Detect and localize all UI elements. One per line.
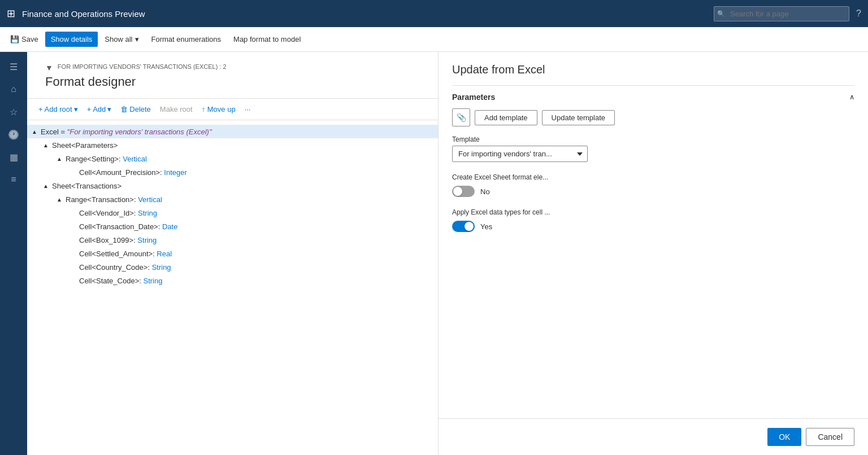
apply-types-toggle[interactable] <box>452 221 475 232</box>
template-field: Template For importing vendors' tran... <box>452 135 854 162</box>
tree-item[interactable]: ▲ Range<Transaction>: Vertical <box>27 193 438 206</box>
nav-workspaces-icon[interactable]: ▦ <box>3 147 24 167</box>
add-chevron-icon: ▾ <box>107 105 111 113</box>
tree-item[interactable]: Cell<Vendor_Id>: String <box>27 206 438 220</box>
template-select[interactable]: For importing vendors' tran... <box>452 146 588 162</box>
breadcrumb: FOR IMPORTING VENDORS' TRANSACTIONS (EXC… <box>58 63 227 70</box>
tree-item[interactable]: Cell<Amount_Precision>: Integer <box>27 165 438 179</box>
help-icon[interactable]: ? <box>856 8 861 19</box>
create-sheet-track <box>452 186 475 197</box>
designer-panel: ▼ FOR IMPORTING VENDORS' TRANSACTIONS (E… <box>27 52 439 455</box>
expand-icon: ▲ <box>43 142 52 148</box>
make-root-button[interactable]: Make root <box>158 103 195 115</box>
app-title: Finance and Operations Preview <box>22 9 707 19</box>
apply-types-toggle-row: Yes <box>452 221 854 232</box>
add-root-chevron-icon: ▾ <box>74 105 78 113</box>
template-label: Template <box>452 135 854 143</box>
show-details-button[interactable]: Show details <box>45 32 98 47</box>
tree-item[interactable]: Cell<Settled_Amount>: Real <box>27 247 438 260</box>
update-template-button[interactable]: Update template <box>542 110 615 125</box>
attach-icon: 📎 <box>457 113 466 122</box>
expand-icon: ▲ <box>57 196 66 203</box>
apply-types-thumb <box>465 222 474 231</box>
attach-button[interactable]: 📎 <box>452 108 470 126</box>
ok-button[interactable]: OK <box>767 428 801 446</box>
tree-item[interactable]: Cell<Box_1099>: String <box>27 233 438 247</box>
create-sheet-thumb <box>453 187 462 196</box>
apply-types-label: Apply Excel data types for cell ... <box>452 208 854 216</box>
apply-types-value: Yes <box>480 222 492 231</box>
nav-recent-icon[interactable]: 🕐 <box>3 124 24 145</box>
add-root-button[interactable]: + Add root ▾ <box>36 103 80 115</box>
apply-types-track <box>452 221 475 232</box>
tree-item[interactable]: Cell<Country_Code>: String <box>27 260 438 274</box>
create-sheet-value: No <box>480 187 490 196</box>
save-icon: 💾 <box>10 35 19 43</box>
tree-item[interactable]: ▲ Range<Setting>: Vertical <box>27 152 438 165</box>
create-sheet-toggle[interactable] <box>452 186 475 197</box>
parameters-chevron-icon: ∧ <box>849 93 854 101</box>
panel-content: Parameters ∧ 📎 Add template Update templ… <box>439 85 868 418</box>
move-up-button[interactable]: ↑ Move up <box>199 103 238 115</box>
page-title: Format designer <box>45 75 420 89</box>
tree-item[interactable]: ▲ Excel = "For importing vendors' transa… <box>27 125 438 138</box>
format-enumerations-button[interactable]: Format enumerations <box>146 32 227 47</box>
tree-toolbar: + Add root ▾ + Add ▾ 🗑 Delete Make root … <box>27 99 438 120</box>
cancel-button[interactable]: Cancel <box>806 428 854 446</box>
header-row: ▼ FOR IMPORTING VENDORS' TRANSACTIONS (E… <box>36 59 429 75</box>
parameters-section-header[interactable]: Parameters ∧ <box>452 85 854 108</box>
nav-home-icon[interactable]: ⌂ <box>3 79 24 99</box>
more-button[interactable]: ··· <box>242 103 253 115</box>
search-input[interactable] <box>714 6 849 21</box>
nav-favorites-icon[interactable]: ☆ <box>3 102 24 122</box>
show-all-chevron-icon: ▾ <box>135 35 139 43</box>
top-bar: ⊞ Finance and Operations Preview ? <box>0 0 868 27</box>
add-template-button[interactable]: Add template <box>475 110 537 125</box>
create-sheet-field: Create Excel Sheet format ele... No <box>452 173 854 197</box>
create-sheet-label: Create Excel Sheet format ele... <box>452 173 854 181</box>
search-wrapper <box>714 6 849 21</box>
filter-icon: ▼ <box>45 63 53 72</box>
delete-icon: 🗑 <box>120 105 128 113</box>
right-panel: Update from Excel Parameters ∧ 📎 Add tem… <box>439 52 868 455</box>
tree-item[interactable]: ▲ Sheet<Transactions> <box>27 179 438 193</box>
expand-icon: ▲ <box>32 129 41 135</box>
expand-icon: ▲ <box>57 156 66 162</box>
panel-title: Update from Excel <box>439 52 868 85</box>
designer-header: ▼ FOR IMPORTING VENDORS' TRANSACTIONS (E… <box>27 52 438 99</box>
delete-button[interactable]: 🗑 Delete <box>118 103 153 115</box>
tree-view: ▲ Excel = "For importing vendors' transa… <box>27 120 438 455</box>
nav-list-icon[interactable]: ≡ <box>3 169 24 190</box>
map-format-button[interactable]: Map format to model <box>228 32 306 47</box>
tree-item[interactable]: Cell<State_Code>: String <box>27 274 438 287</box>
main-toolbar: 💾 Save Show details Show all ▾ Format en… <box>0 27 868 52</box>
show-all-button[interactable]: Show all ▾ <box>99 32 144 47</box>
tree-item[interactable]: ▲ Sheet<Parameters> <box>27 138 438 152</box>
parameters-label: Parameters <box>452 93 495 102</box>
main-layout: ☰ ⌂ ☆ 🕐 ▦ ≡ ▼ FOR IMPORTING VENDORS' TRA… <box>0 52 868 455</box>
expand-icon: ▲ <box>43 183 52 189</box>
side-nav: ☰ ⌂ ☆ 🕐 ▦ ≡ <box>0 52 27 455</box>
panel-footer: OK Cancel <box>439 418 868 455</box>
template-buttons: 📎 Add template Update template <box>452 108 854 126</box>
nav-hamburger-icon[interactable]: ☰ <box>3 56 24 77</box>
apply-types-field: Apply Excel data types for cell ... Yes <box>452 208 854 232</box>
save-button[interactable]: 💾 Save <box>5 32 44 47</box>
tree-item[interactable]: Cell<Transaction_Date>: Date <box>27 220 438 233</box>
add-button[interactable]: + Add ▾ <box>85 103 114 115</box>
grid-icon[interactable]: ⊞ <box>7 7 15 20</box>
create-sheet-toggle-row: No <box>452 186 854 197</box>
